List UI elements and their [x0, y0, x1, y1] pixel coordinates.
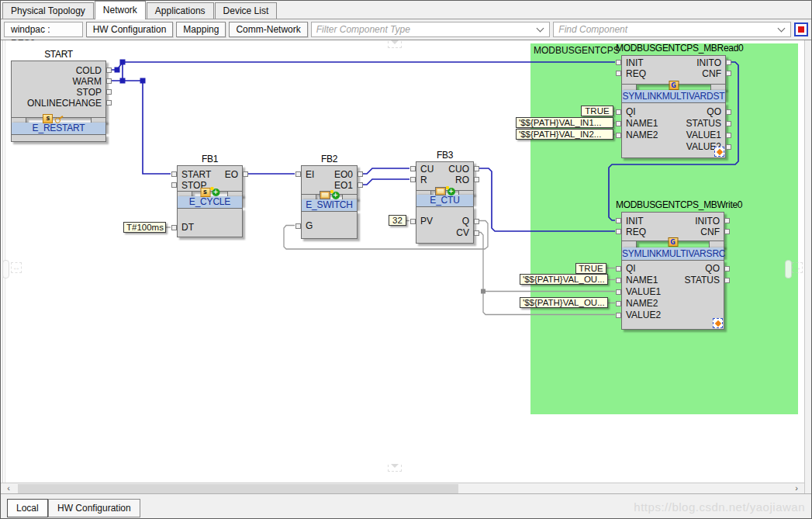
- wire-junctions: [115, 60, 146, 84]
- data-output-pin-status[interactable]: [726, 121, 731, 126]
- event-input-pin-req[interactable]: [616, 71, 621, 76]
- value-box-qi-read[interactable]: TRUE: [581, 106, 613, 116]
- scroll-left-arrow[interactable]: ‹: [2, 483, 15, 493]
- block-instance-name: MODBUSGENTCPS_MBWrite0: [616, 199, 742, 210]
- data-output-pin-cv[interactable]: [474, 230, 479, 236]
- data-section: [11, 134, 106, 142]
- event-output-pin-stop[interactable]: [106, 89, 112, 95]
- tab-device-list[interactable]: Device List: [215, 2, 278, 19]
- data-input-pin-qi[interactable]: [616, 266, 621, 272]
- event-input-pin-init[interactable]: [616, 60, 621, 65]
- data-output-pin-qo[interactable]: [724, 266, 730, 272]
- event-input-pin-cu[interactable]: [410, 166, 416, 171]
- block-type-label[interactable]: E_RESTART: [11, 123, 106, 134]
- bottom-tab-local[interactable]: Local: [7, 499, 48, 517]
- event-output-label: EO0: [334, 169, 353, 180]
- event-input-pin-req[interactable]: [616, 229, 621, 234]
- event-output-pin-eo0[interactable]: [358, 171, 363, 177]
- resource-selector[interactable]: windpac : RES0: [4, 22, 83, 37]
- horizontal-scrollbar-thumb[interactable]: [18, 484, 458, 493]
- chevron-down-icon[interactable]: [537, 25, 544, 33]
- find-component-combobox[interactable]: [553, 22, 791, 37]
- function-block-fb3[interactable]: FB3 CUCUO RRO + E_CTU PVQ CV: [416, 161, 474, 244]
- data-input-label: NAME2: [626, 298, 658, 310]
- event-output-pin-eo[interactable]: [243, 171, 248, 177]
- tab-applications[interactable]: Applications: [147, 2, 214, 19]
- event-input-label: INIT: [626, 57, 644, 68]
- event-output-pin-inito[interactable]: [726, 60, 731, 65]
- value-box-name1-write[interactable]: '$${PATH}VAL_OU...: [520, 274, 608, 285]
- scroll-right-arrow[interactable]: ›: [790, 483, 803, 493]
- filter-component-input[interactable]: [312, 22, 538, 36]
- filter-component-combobox[interactable]: [311, 22, 551, 37]
- data-output-pin-qo[interactable]: [726, 109, 731, 115]
- data-output-pin-value1[interactable]: [726, 133, 731, 138]
- event-output-pin-cnf[interactable]: [726, 71, 731, 76]
- event-output-pin-cnf[interactable]: [724, 229, 730, 234]
- event-output-pin-cold[interactable]: [106, 67, 112, 73]
- hw-configuration-button[interactable]: HW Configuration: [86, 22, 174, 37]
- value-box-dt[interactable]: T#100ms: [123, 222, 166, 233]
- event-output-pin-ro[interactable]: [474, 177, 479, 182]
- event-output-pin-inito[interactable]: [724, 218, 730, 223]
- event-input-pin-stop[interactable]: [171, 182, 177, 188]
- data-input-label: NAME1: [626, 275, 658, 286]
- value-box-name1-read[interactable]: '$${PATH}VAL_IN1...: [516, 117, 613, 128]
- horizontal-scrollbar[interactable]: ‹ ›: [1, 483, 804, 493]
- bottom-tab-hw-configuration[interactable]: HW Configuration: [48, 499, 140, 517]
- event-output-pin-onlinechange[interactable]: [106, 100, 112, 106]
- vertical-scrollbar[interactable]: [804, 40, 812, 493]
- network-diagram-canvas[interactable]: MODBUSGENTCPS: [1, 40, 804, 483]
- data-output-pin-q[interactable]: [474, 219, 479, 224]
- data-output-pin-status[interactable]: [724, 278, 730, 283]
- data-section: DT: [177, 208, 243, 237]
- block-type-label[interactable]: E_SWITCH: [301, 199, 358, 211]
- event-input-pin-ei[interactable]: [295, 171, 301, 177]
- chevron-down-icon[interactable]: [778, 25, 786, 33]
- resize-anchor-icon[interactable]: [713, 318, 723, 328]
- resize-anchor-icon[interactable]: [714, 147, 724, 157]
- data-input-pin-name1[interactable]: [616, 278, 621, 283]
- function-block-mbread0[interactable]: MODBUSGENTCPS_MBRead0 INITINITO REQCNF G…: [621, 55, 726, 158]
- event-output-pin-eo1[interactable]: [358, 182, 363, 188]
- data-input-pin-qi[interactable]: [616, 109, 621, 115]
- data-input-pin-name1[interactable]: [616, 121, 621, 126]
- data-input-pin-pv[interactable]: [410, 219, 416, 224]
- highlight-toggle-button[interactable]: [794, 22, 808, 36]
- value-box-qi-write[interactable]: TRUE: [575, 263, 606, 274]
- data-input-pin-g[interactable]: [295, 223, 301, 229]
- tab-physical-topology[interactable]: Physical Topology: [2, 2, 94, 19]
- event-output-pin-warm[interactable]: [106, 78, 112, 84]
- block-type-label[interactable]: SYMLINKMULTIVARDST: [621, 90, 726, 102]
- value-box-pv[interactable]: 32: [389, 215, 406, 226]
- find-component-input[interactable]: [554, 22, 779, 36]
- block-type-label[interactable]: E_CTU: [416, 195, 474, 206]
- event-input-pin-start[interactable]: [171, 171, 177, 177]
- function-block-fb1[interactable]: FB1 STARTEO STOP s+ E_CYCLE DT: [177, 165, 243, 237]
- comm-network-button[interactable]: Comm-Network: [229, 22, 307, 37]
- data-input-pin-name2[interactable]: [616, 301, 621, 306]
- data-input-pin-value2[interactable]: [616, 313, 621, 318]
- data-section: G: [301, 211, 358, 239]
- event-input-pin-r[interactable]: [410, 177, 416, 182]
- tab-network[interactable]: Network: [95, 1, 146, 19]
- function-block-start[interactable]: START COLD WARM STOP ONLINECHANGE s E_RE…: [11, 61, 106, 142]
- function-block-fb2[interactable]: FB2 EIEO0 EO1 + E_SWITCH G: [301, 165, 358, 239]
- event-input-pin-init[interactable]: [616, 218, 621, 223]
- mapping-button[interactable]: Mapping: [176, 22, 226, 37]
- block-type-label[interactable]: SYMLINKMULTIVARSRC: [621, 247, 724, 260]
- data-output-label: QO: [707, 106, 721, 118]
- data-output-label: STATUS: [684, 275, 720, 286]
- event-output-pin-cuo[interactable]: [474, 166, 479, 171]
- block-type-label[interactable]: E_CYCLE: [177, 196, 243, 208]
- data-input-pin-name2[interactable]: [616, 133, 621, 138]
- value-box-name2-read[interactable]: '$${PATH}VAL_IN2...: [516, 129, 613, 140]
- green-plus-icon: +: [212, 189, 219, 196]
- block-leg: [709, 241, 724, 247]
- value-box-name2-write[interactable]: '$${PATH}VAL_OU...: [520, 297, 608, 308]
- data-output-pin-value2[interactable]: [726, 144, 731, 150]
- function-block-mbwrite0[interactable]: MODBUSGENTCPS_MBWrite0 INITINITO REQCNF …: [621, 212, 724, 330]
- data-input-pin-value1[interactable]: [616, 289, 621, 295]
- pan-left-handle: [2, 260, 9, 279]
- data-input-pin-dt[interactable]: [171, 225, 177, 230]
